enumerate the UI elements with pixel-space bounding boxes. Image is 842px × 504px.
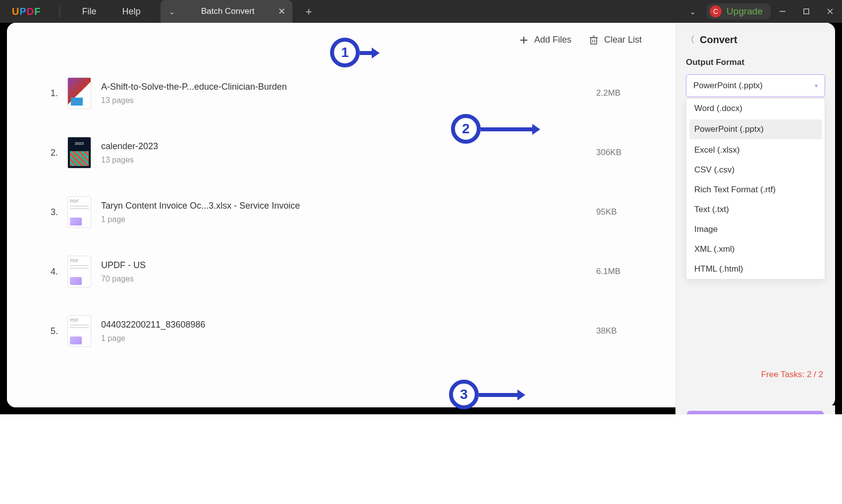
free-tasks-label: Free Tasks: 2 / 2 xyxy=(761,370,823,380)
output-format-dropdown: Word (.docx)PowerPoint (.pptx)Excel (.xl… xyxy=(686,98,825,280)
file-thumbnail xyxy=(67,137,91,168)
divider xyxy=(59,5,60,17)
file-size: 95KB xyxy=(596,207,656,217)
file-size: 6.1MB xyxy=(596,267,656,277)
file-thumbnail xyxy=(67,256,91,287)
file-name: calender-2023 xyxy=(101,141,596,152)
upgrade-label: Upgrade xyxy=(727,6,763,17)
tab-batch-convert[interactable]: ⌄ Batch Convert ✕ xyxy=(161,0,292,23)
format-option[interactable]: CSV (.csv) xyxy=(686,160,825,180)
format-option[interactable]: Text (.txt) xyxy=(686,200,825,220)
menu-help[interactable]: Help xyxy=(122,6,140,17)
list-toolbar: Add Files Clear List xyxy=(519,35,642,45)
svg-rect-6 xyxy=(591,38,597,44)
file-name: 044032200211_83608986 xyxy=(101,320,596,330)
new-tab-button[interactable]: ＋ xyxy=(303,4,314,19)
file-info: A-Shift-to-Solve-the-P...educe-Clinician… xyxy=(101,82,596,105)
upgrade-button[interactable]: C Upgrade xyxy=(707,3,771,19)
file-index: 1. xyxy=(51,88,67,99)
output-format-select[interactable]: PowerPoint (.pptx) ▾ xyxy=(686,74,825,97)
file-row[interactable]: 1. A-Shift-to-Solve-the-P...educe-Clinic… xyxy=(51,77,656,109)
file-info: calender-2023 13 pages xyxy=(101,141,596,165)
file-thumbnail xyxy=(67,77,91,109)
trash-icon xyxy=(589,35,598,45)
clear-list-button[interactable]: Clear List xyxy=(589,35,642,45)
file-pages: 1 page xyxy=(101,334,596,343)
back-icon[interactable]: 〈 xyxy=(686,34,695,46)
tab-dropdown-icon[interactable]: ⌄ xyxy=(168,7,175,16)
convert-panel: 〈 Convert Output Format PowerPoint (.ppt… xyxy=(675,23,835,407)
file-thumbnail xyxy=(67,315,91,347)
annotation-step-3: 3 xyxy=(449,380,479,409)
clear-list-label: Clear List xyxy=(604,35,642,45)
plus-icon xyxy=(519,36,528,45)
add-files-label: Add Files xyxy=(534,35,571,45)
format-option[interactable]: Word (.docx) xyxy=(686,99,825,118)
svg-marker-12 xyxy=(372,48,380,58)
titlebar: UPDF File Help ⌄ Batch Convert ✕ ＋ ⌄ C U… xyxy=(0,0,842,23)
format-option[interactable]: Excel (.xlsx) xyxy=(686,140,825,160)
file-name: Taryn Content Invoice Oc...3.xlsx - Serv… xyxy=(101,201,596,211)
file-size: 306KB xyxy=(596,148,656,158)
content-card: Add Files Clear List 1. A-Shift-to-Solve… xyxy=(7,23,835,407)
format-option[interactable]: Rich Text Format (.rtf) xyxy=(686,180,825,200)
window-dropdown-icon[interactable]: ⌄ xyxy=(689,7,696,16)
file-info: 044032200211_83608986 1 page xyxy=(101,320,596,343)
output-format-value: PowerPoint (.pptx) xyxy=(693,81,763,91)
file-list: 1. A-Shift-to-Solve-the-P...educe-Clinic… xyxy=(51,77,656,375)
add-files-button[interactable]: Add Files xyxy=(519,35,571,45)
file-list-pane: Add Files Clear List 1. A-Shift-to-Solve… xyxy=(7,23,675,407)
user-avatar: C xyxy=(710,5,722,17)
file-name: UPDF - US xyxy=(101,260,596,271)
file-row[interactable]: 5. 044032200211_83608986 1 page 38KB xyxy=(51,315,656,347)
format-option[interactable]: XML (.xml) xyxy=(686,239,825,259)
file-index: 3. xyxy=(51,207,67,218)
file-row[interactable]: 4. UPDF - US 70 pages 6.1MB xyxy=(51,256,656,287)
format-option[interactable]: Image xyxy=(686,220,825,239)
menu-file[interactable]: File xyxy=(82,6,96,17)
annotation-step-2: 2 xyxy=(451,114,481,144)
file-pages: 13 pages xyxy=(101,156,596,165)
annotation-arrow-2 xyxy=(481,123,540,136)
file-pages: 13 pages xyxy=(101,96,596,105)
file-pages: 1 page xyxy=(101,215,596,224)
tab-title: Batch Convert xyxy=(178,6,278,16)
file-row[interactable]: 3. Taryn Content Invoice Oc...3.xlsx - S… xyxy=(51,196,656,228)
panel-title: Convert xyxy=(700,34,737,46)
caret-down-icon: ▾ xyxy=(815,82,818,89)
svg-marker-14 xyxy=(532,124,540,135)
file-index: 5. xyxy=(51,326,67,336)
file-index: 2. xyxy=(51,148,67,158)
file-index: 4. xyxy=(51,267,67,277)
annotation-step-1: 1 xyxy=(330,38,360,67)
output-format-label: Output Format xyxy=(686,57,825,67)
tab-close-icon[interactable]: ✕ xyxy=(278,6,285,17)
file-info: Taryn Content Invoice Oc...3.xlsx - Serv… xyxy=(101,201,596,224)
format-option[interactable]: HTML (.html) xyxy=(686,259,825,279)
file-size: 38KB xyxy=(596,326,656,336)
file-size: 2.2MB xyxy=(596,88,656,98)
annotation-arrow-3 xyxy=(479,389,525,401)
app-logo: UPDF xyxy=(12,6,41,17)
file-row[interactable]: 2. calender-2023 13 pages 306KB xyxy=(51,137,656,168)
svg-rect-1 xyxy=(804,9,809,14)
format-option[interactable]: PowerPoint (.pptx) xyxy=(689,119,822,139)
file-name: A-Shift-to-Solve-the-P...educe-Clinician… xyxy=(101,82,596,92)
close-window-button[interactable] xyxy=(818,0,842,23)
svg-marker-16 xyxy=(517,390,525,400)
minimize-button[interactable] xyxy=(771,0,794,23)
file-thumbnail xyxy=(67,196,91,228)
file-pages: 70 pages xyxy=(101,275,596,283)
annotation-arrow-1 xyxy=(360,47,380,59)
file-info: UPDF - US 70 pages xyxy=(101,260,596,283)
maximize-button[interactable] xyxy=(794,0,818,23)
